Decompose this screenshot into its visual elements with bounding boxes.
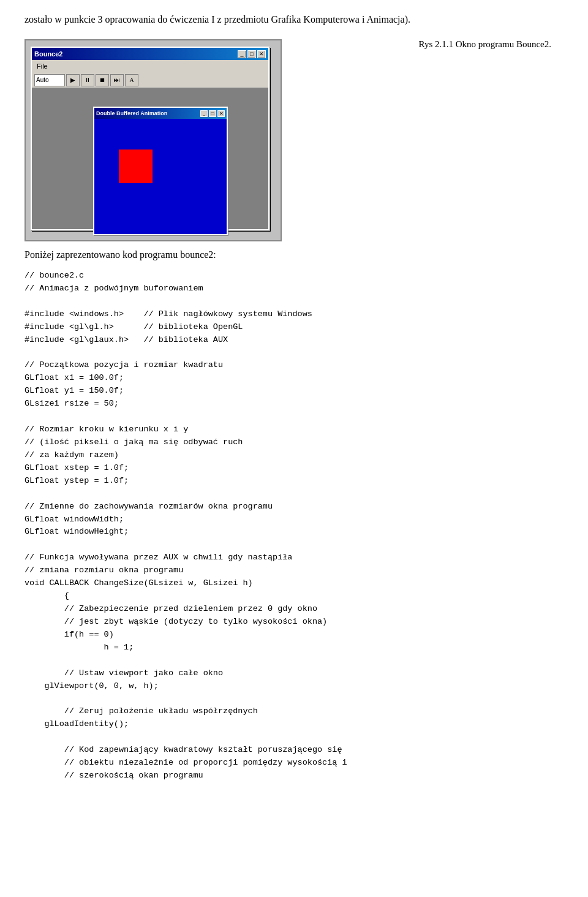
toolbar-button-1[interactable]: ▶ — [66, 74, 80, 86]
toolbar-dropdown[interactable]: Auto — [34, 74, 65, 86]
inner-titlebar-buttons: _ □ ✕ — [200, 110, 225, 117]
outer-window-content: Double Buffered Animation _ □ ✕ — [32, 88, 268, 229]
screenshot-image: Bounce2 _ □ ✕ File Auto ▶ ⏸ ⏹ ⏭ A — [24, 39, 282, 241]
outer-window-title: Bounce2 — [34, 50, 62, 58]
inner-window-title: Double Buffered Animation — [96, 110, 167, 116]
outer-window: Bounce2 _ □ ✕ File Auto ▶ ⏸ ⏹ ⏭ A — [31, 47, 270, 230]
intro-paragraph: zostało w punkcie 3 opracowania do ćwicz… — [24, 12, 564, 27]
toolbar-button-3[interactable]: ⏹ — [96, 74, 109, 86]
menu-item[interactable]: File — [34, 62, 50, 70]
inner-close-button[interactable]: ✕ — [217, 110, 225, 117]
toolbar-button-5[interactable]: A — [125, 74, 138, 86]
toolbar-button-4[interactable]: ⏭ — [110, 74, 124, 86]
outer-titlebar-buttons: _ □ ✕ — [238, 50, 266, 58]
inner-titlebar: Double Buffered Animation _ □ ✕ — [94, 108, 227, 119]
outer-titlebar: Bounce2 _ □ ✕ — [32, 48, 268, 60]
section-title: Poniżej zaprezentowano kod programu boun… — [24, 248, 564, 262]
screenshot-caption-area: Rys 2.1.1 Okno programu Bounce2. — [282, 39, 564, 56]
outer-close-button[interactable]: ✕ — [257, 50, 266, 58]
figure-caption: Rys 2.1.1 Okno programu Bounce2. — [300, 39, 564, 50]
bouncing-square — [119, 150, 153, 183]
animation-canvas — [94, 119, 227, 234]
outer-toolbar: Auto ▶ ⏸ ⏹ ⏭ A — [32, 72, 268, 88]
toolbar-button-2[interactable]: ⏸ — [81, 74, 94, 86]
inner-maximize-button[interactable]: □ — [209, 110, 216, 117]
inner-window: Double Buffered Animation _ □ ✕ — [93, 107, 228, 235]
outer-menu-bar: File — [32, 60, 268, 72]
screenshot-section: Bounce2 _ □ ✕ File Auto ▶ ⏸ ⏹ ⏭ A — [24, 39, 564, 241]
code-listing: // bounce2.c // Animacja z podwójnym buf… — [24, 270, 564, 782]
outer-minimize-button[interactable]: _ — [238, 50, 246, 58]
inner-minimize-button[interactable]: _ — [200, 110, 208, 117]
outer-maximize-button[interactable]: □ — [247, 50, 256, 58]
